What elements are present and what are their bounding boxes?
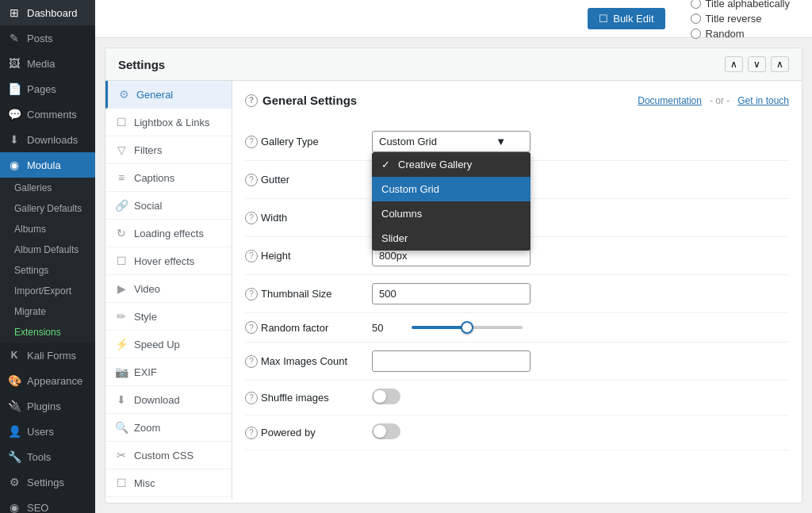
nav-exif[interactable]: 📷 EXIF (105, 358, 232, 386)
section-help-icon[interactable]: ? (245, 94, 258, 107)
max-images-row: ? Max Images Count (245, 343, 789, 381)
sidebar-item-kali-forms[interactable]: K Kali Forms (0, 343, 95, 368)
powered-by-toggle-track (372, 423, 400, 439)
plugins-icon: 🔌 (8, 400, 21, 412)
sidebar-item-media[interactable]: 🖼 Media (0, 51, 95, 76)
nav-custom-css[interactable]: ✂ Custom CSS (105, 442, 232, 469)
posts-icon: ✎ (8, 32, 21, 44)
shuffle-images-label: ? Shuffle images (245, 392, 372, 404)
height-label: ? Height (245, 250, 372, 262)
get-in-touch-link[interactable]: Get in touch (737, 95, 789, 106)
sidebar-sub-migrate[interactable]: Migrate (0, 301, 95, 322)
gutter-label: ? Gutter (245, 174, 372, 186)
gallery-type-dropdown-wrapper: Custom Grid ▼ Creative Gallery Custom Gr… (372, 131, 530, 152)
general-icon: ⚙ (117, 88, 130, 101)
social-icon: 🔗 (115, 199, 128, 212)
nav-general[interactable]: ⚙ General (105, 81, 232, 109)
nav-loading-effects[interactable]: ↻ Loading effects (105, 220, 232, 247)
sidebar-sub-gallery-defaults[interactable]: Gallery Defaults (0, 198, 95, 219)
nav-speed-up[interactable]: ⚡ Speed Up (105, 331, 232, 358)
collapse-up-button[interactable]: ∧ (725, 56, 743, 72)
main-area: ☐ Bulk Edit Title alphabetically Title r… (95, 0, 812, 513)
powered-by-help[interactable]: ? (245, 427, 258, 439)
sidebar-item-plugins[interactable]: 🔌 Plugins (0, 393, 95, 419)
shuffle-images-row: ? Shuffle images (245, 381, 789, 415)
dropdown-option-columns[interactable]: Columns (372, 201, 530, 226)
hover-effects-icon: ☐ (115, 255, 128, 267)
seo-icon: ◉ (8, 501, 21, 513)
sidebar-item-settings[interactable]: ⚙ Settings (0, 469, 95, 495)
chevron-down-icon: ▼ (496, 136, 506, 147)
topbar: ☐ Bulk Edit Title alphabetically Title r… (95, 0, 812, 38)
sidebar-sub-extensions[interactable]: Extensions (0, 322, 95, 343)
random-factor-help[interactable]: ? (245, 321, 258, 334)
dropdown-option-custom-grid[interactable]: Custom Grid (372, 177, 530, 201)
nav-misc[interactable]: ☐ Misc (105, 469, 232, 497)
sidebar-item-modula[interactable]: ◉ Modula (0, 152, 95, 178)
nav-style[interactable]: ✏ Style (105, 303, 232, 331)
sidebar: ⊞ Dashboard ✎ Posts 🖼 Media 📄 Pages 💬 Co… (0, 0, 95, 513)
sidebar-item-seo[interactable]: ◉ SEO (0, 495, 95, 513)
gallery-type-label: ? Gallery Type (245, 136, 372, 148)
max-images-help[interactable]: ? (245, 355, 258, 368)
shuffle-help[interactable]: ? (245, 392, 258, 404)
bulk-edit-button[interactable]: ☐ Bulk Edit (588, 8, 665, 29)
nav-captions[interactable]: ≡ Captions (105, 164, 232, 192)
sidebar-sub-galleries[interactable]: Galleries (0, 178, 95, 198)
nav-lightbox[interactable]: ☐ Lightbox & Links (105, 109, 232, 136)
sidebar-sub-album-defaults[interactable]: Album Defaults (0, 239, 95, 260)
nav-social[interactable]: 🔗 Social (105, 192, 232, 220)
sidebar-item-tools[interactable]: 🔧 Tools (0, 444, 95, 469)
powered-by-toggle[interactable] (372, 423, 400, 439)
random-factor-slider[interactable] (412, 326, 523, 329)
settings-icon: ⚙ (8, 476, 21, 488)
speed-up-icon: ⚡ (115, 338, 128, 350)
comments-icon: 💬 (8, 108, 21, 121)
video-icon: ▶ (115, 282, 128, 295)
style-icon: ✏ (115, 310, 128, 323)
nav-zoom[interactable]: 🔍 Zoom (105, 414, 232, 442)
gallery-type-dropdown[interactable]: Custom Grid ▼ (372, 131, 530, 152)
collapse-all-button[interactable]: ∧ (771, 56, 789, 72)
powered-by-row: ? Powered by (245, 415, 789, 450)
sidebar-item-downloads[interactable]: ⬇ Downloads (0, 127, 95, 152)
sidebar-sub-import-export[interactable]: Import/Export (0, 281, 95, 301)
section-title: ? General Settings (245, 94, 357, 107)
height-help[interactable]: ? (245, 250, 258, 262)
lightbox-icon: ☐ (115, 116, 128, 128)
sidebar-item-comments[interactable]: 💬 Comments (0, 101, 95, 127)
thumbnail-help[interactable]: ? (245, 288, 258, 301)
settings-panel-header: Settings ∧ ∨ ∧ (105, 48, 802, 81)
sidebar-sub-albums[interactable]: Albums (0, 219, 95, 239)
gutter-help[interactable]: ? (245, 174, 258, 186)
dropdown-option-slider[interactable]: Slider (372, 226, 530, 251)
sidebar-item-pages[interactable]: 📄 Pages (0, 76, 95, 101)
width-help[interactable]: ? (245, 212, 258, 224)
radio-alphabetically[interactable]: Title alphabetically (691, 0, 790, 10)
gallery-type-help[interactable]: ? (245, 136, 258, 148)
sidebar-item-posts[interactable]: ✎ Posts (0, 25, 95, 51)
shuffle-toggle[interactable] (372, 389, 400, 404)
bulk-edit-icon: ☐ (599, 13, 608, 25)
thumbnail-size-control (372, 283, 789, 304)
sidebar-item-appearance[interactable]: 🎨 Appearance (0, 368, 95, 393)
max-images-input[interactable] (372, 350, 530, 372)
thumbnail-size-input[interactable] (372, 283, 530, 304)
max-images-label: ? Max Images Count (245, 355, 372, 368)
random-factor-control: 50 (372, 322, 789, 334)
radio-reverse[interactable]: Title reverse (691, 13, 790, 25)
nav-download[interactable]: ⬇ Download (105, 386, 232, 414)
exif-icon: 📷 (115, 366, 128, 378)
random-factor-row: ? Random factor 50 (245, 313, 789, 343)
nav-video[interactable]: ▶ Video (105, 275, 232, 303)
nav-hover-effects[interactable]: ☐ Hover effects (105, 247, 232, 275)
content-area: Settings ∧ ∨ ∧ ⚙ General ☐ Ligh (95, 38, 812, 513)
documentation-link[interactable]: Documentation (638, 95, 702, 106)
sidebar-item-dashboard[interactable]: ⊞ Dashboard (0, 0, 95, 25)
users-icon: 👤 (8, 425, 21, 438)
sidebar-sub-settings[interactable]: Settings (0, 260, 95, 281)
nav-filters[interactable]: ▽ Filters (105, 136, 232, 164)
dropdown-option-creative-gallery[interactable]: Creative Gallery (372, 152, 530, 177)
collapse-down-button[interactable]: ∨ (748, 56, 766, 72)
sidebar-item-users[interactable]: 👤 Users (0, 419, 95, 444)
